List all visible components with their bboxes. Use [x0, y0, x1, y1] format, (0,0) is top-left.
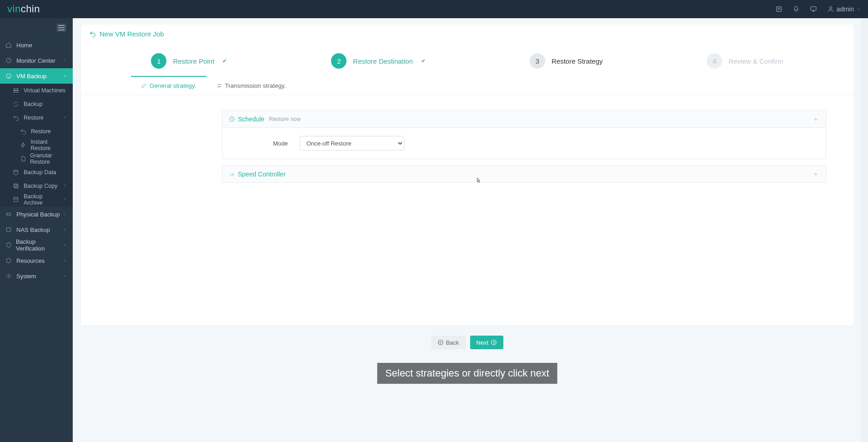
arrow-left-icon	[437, 339, 444, 346]
swap-icon	[216, 83, 222, 89]
sidebar-item-label: Backup	[24, 101, 43, 107]
plus-icon[interactable]: ＋	[812, 115, 819, 124]
undo-icon	[20, 128, 27, 135]
user-menu[interactable]: admin	[827, 5, 861, 13]
sidebar-item-label: Restore	[31, 128, 51, 135]
shield-icon	[5, 242, 12, 248]
svg-point-12	[7, 214, 8, 214]
next-button[interactable]: Next	[470, 336, 504, 349]
step-label: Review & Confirm	[728, 57, 783, 65]
chevron-left-icon	[63, 226, 67, 233]
svg-point-2	[829, 7, 832, 9]
sidebar-item-backup-data[interactable]: Backup Data	[0, 166, 73, 179]
svg-rect-10	[14, 197, 18, 199]
sidebar-item-restore-sub[interactable]: Restore	[0, 125, 73, 138]
cube-icon	[5, 257, 13, 264]
sidebar-item-label: Backup Copy	[24, 183, 57, 189]
nas-icon	[5, 226, 13, 233]
main-content: New VM Restore Job 1 Restore Point ✔ 2 R…	[73, 18, 862, 442]
logo-suffix: chin	[21, 3, 40, 15]
sidebar-item-label: Home	[16, 42, 32, 49]
page-title: New VM Restore Job	[81, 25, 853, 43]
bell-icon[interactable]	[793, 5, 800, 13]
vertical-scrollbar[interactable]	[862, 18, 868, 442]
sidebar-item-backup[interactable]: Backup	[0, 97, 73, 111]
sidebar-item-monitor[interactable]: Monitor Center	[0, 53, 73, 68]
svg-point-14	[8, 275, 10, 277]
sidebar-item-granular[interactable]: Granular Restore	[0, 152, 73, 166]
sidebar-item-restore[interactable]: Restore	[0, 111, 73, 125]
tasks-icon[interactable]	[775, 5, 783, 13]
tab-general-strategy[interactable]: General strategy.	[131, 76, 206, 95]
sidebar-item-verification[interactable]: Backup Verification	[0, 237, 73, 253]
sidebar: Home Monitor Center VM Backup Virtual Ma…	[0, 18, 73, 442]
svg-rect-6	[14, 91, 18, 93]
home-icon	[5, 42, 13, 48]
server-icon	[13, 87, 20, 94]
button-label: Next	[477, 339, 489, 346]
sidebar-item-instant[interactable]: Instant Restore	[0, 138, 73, 152]
panel-schedule-header[interactable]: Schedule Restore now ＋	[222, 111, 826, 128]
chevron-down-icon	[63, 115, 67, 121]
svg-rect-13	[6, 228, 10, 231]
monitor-icon[interactable]	[810, 5, 817, 13]
panel-speed-header[interactable]: Speed Controller ＋	[222, 166, 826, 182]
step-number: 1	[151, 53, 166, 69]
back-button[interactable]: Back	[431, 336, 466, 349]
plus-icon[interactable]: ＋	[812, 170, 819, 179]
sidebar-item-label: Physical Backup	[16, 211, 60, 218]
sidebar-item-vmbackup[interactable]: VM Backup	[0, 68, 73, 84]
page-title-text: New VM Restore Job	[100, 30, 164, 38]
svg-point-7	[14, 170, 18, 172]
svg-rect-9	[14, 184, 17, 187]
strategy-tabs: General strategy. Transmission strategy.	[81, 76, 853, 95]
step-restore-point[interactable]: 1 Restore Point ✔	[151, 53, 227, 69]
chevron-left-icon	[63, 183, 67, 189]
step-restore-strategy[interactable]: 3 Restore Strategy	[530, 53, 603, 69]
refresh-icon	[13, 101, 20, 107]
sidebar-item-resources[interactable]: Resources	[0, 253, 73, 268]
speedometer-icon	[229, 171, 235, 177]
mode-select[interactable]: Once-off Restore	[300, 136, 404, 151]
sidebar-item-label: Backup Archive	[24, 193, 63, 206]
copy-icon	[13, 183, 20, 189]
bolt-icon	[20, 142, 27, 148]
mode-label: Mode	[261, 140, 288, 147]
undo-icon	[13, 115, 20, 121]
gear-icon	[5, 273, 13, 279]
sidebar-item-backup-archive[interactable]: Backup Archive	[0, 193, 73, 206]
sidebar-collapse[interactable]	[0, 18, 73, 37]
sidebar-item-vms[interactable]: Virtual Machines	[0, 84, 73, 97]
sidebar-item-physical[interactable]: Physical Backup	[0, 206, 73, 222]
svg-rect-1	[811, 7, 816, 10]
panel-speed-controller: Speed Controller ＋	[222, 166, 826, 183]
svg-rect-8	[15, 185, 18, 188]
panel-title: Speed Controller	[238, 171, 286, 178]
hamburger-icon	[56, 24, 66, 32]
step-number: 4	[707, 53, 722, 69]
user-icon	[827, 5, 834, 13]
sidebar-item-label: System	[16, 273, 36, 280]
step-number: 3	[530, 53, 545, 69]
panel-title: Schedule	[238, 116, 264, 123]
sidebar-item-label: Granular Restore	[30, 152, 67, 165]
edit-icon	[141, 83, 147, 89]
user-name: admin	[837, 5, 854, 13]
sidebar-item-backup-copy[interactable]: Backup Copy	[0, 179, 73, 193]
tab-transmission-strategy[interactable]: Transmission strategy.	[206, 76, 296, 95]
check-icon: ✔	[222, 58, 227, 64]
panel-subtitle: Restore now	[269, 116, 301, 122]
chevron-left-icon	[63, 211, 67, 218]
step-number: 2	[331, 53, 346, 69]
chevron-left-icon	[63, 196, 67, 203]
chevron-left-icon	[63, 57, 67, 64]
sidebar-item-label: NAS Backup	[16, 226, 50, 233]
check-icon: ✔	[421, 58, 426, 64]
sidebar-item-nas[interactable]: NAS Backup	[0, 222, 73, 237]
database-icon	[13, 169, 20, 176]
sidebar-item-label: Backup Verification	[16, 238, 63, 252]
wizard-stepper: 1 Restore Point ✔ 2 Restore Destination …	[81, 43, 853, 76]
step-restore-destination[interactable]: 2 Restore Destination ✔	[331, 53, 426, 69]
sidebar-item-system[interactable]: System	[0, 268, 73, 284]
sidebar-item-home[interactable]: Home	[0, 37, 73, 53]
